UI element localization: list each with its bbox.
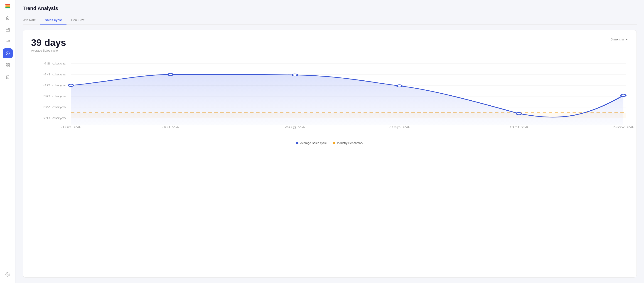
sidebar-item-analytics[interactable] (3, 37, 13, 47)
card-header: 39 days Average Sales cycle 6 months (31, 38, 628, 52)
chart-svg: 48 days 44 days 40 days 36 days 32 days … (31, 60, 628, 137)
analytics-icon (6, 39, 10, 44)
svg-text:Aug 24: Aug 24 (284, 125, 305, 129)
dashboard-icon (6, 51, 10, 56)
sidebar-item-reports[interactable] (3, 60, 13, 70)
svg-rect-0 (6, 28, 9, 32)
sidebar (0, 0, 16, 283)
chart-container: 48 days 44 days 40 days 36 days 32 days … (31, 60, 628, 138)
svg-point-33 (621, 94, 626, 97)
svg-text:Jun 24: Jun 24 (61, 125, 81, 129)
legend-item-sales-cycle: Average Sales cycle (296, 141, 327, 145)
svg-text:48 days: 48 days (43, 62, 66, 65)
period-selector-button[interactable]: 6 months (611, 38, 628, 41)
svg-text:Sep 24: Sep 24 (389, 125, 410, 129)
legend-label-sales-cycle: Average Sales cycle (300, 141, 327, 145)
calendar-icon (6, 28, 10, 32)
reports-icon (6, 63, 10, 68)
svg-point-29 (168, 73, 173, 76)
page-title: Trend Analysis (23, 6, 637, 11)
svg-text:44 days: 44 days (43, 73, 66, 76)
svg-text:40 days: 40 days (43, 84, 66, 87)
sidebar-item-home[interactable] (3, 13, 13, 23)
svg-point-30 (292, 74, 298, 76)
logo-bar-red (5, 4, 10, 5)
chart-legend: Average Sales cycle Industry Benchmark (31, 141, 628, 145)
chevron-down-icon (625, 38, 628, 41)
legend-dot-blue (296, 142, 298, 144)
sidebar-item-calendar[interactable] (3, 25, 13, 35)
main-content: Trend Analysis Win Rate Sales cycle Deal… (16, 0, 644, 283)
sidebar-item-settings[interactable] (3, 269, 13, 279)
svg-point-31 (397, 85, 402, 87)
svg-text:Jul 24: Jul 24 (162, 125, 179, 129)
svg-point-13 (7, 274, 8, 275)
logo-bar-green (5, 7, 10, 9)
svg-point-32 (516, 112, 522, 115)
tasks-icon (6, 75, 10, 79)
svg-text:32 days: 32 days (43, 105, 66, 109)
svg-point-28 (68, 84, 74, 87)
svg-rect-9 (6, 66, 7, 67)
tab-win-rate[interactable]: Win Rate (23, 16, 40, 25)
svg-rect-6 (6, 64, 7, 65)
metric-label: Average Sales cycle (31, 49, 66, 52)
trend-card: 39 days Average Sales cycle 6 months (23, 30, 637, 277)
metric-value: 39 days (31, 38, 66, 48)
sidebar-item-tasks[interactable] (3, 72, 13, 82)
svg-text:36 days: 36 days (43, 95, 66, 98)
legend-label-benchmark: Industry Benchmark (337, 141, 363, 145)
svg-rect-10 (7, 75, 8, 76)
period-selector-label: 6 months (611, 38, 624, 41)
sidebar-item-dashboard[interactable] (3, 48, 13, 58)
legend-item-benchmark: Industry Benchmark (333, 141, 363, 145)
legend-dot-orange (333, 142, 336, 144)
svg-text:Oct 24: Oct 24 (509, 125, 528, 129)
svg-rect-8 (8, 66, 9, 67)
tab-bar: Win Rate Sales cycle Deal Size (23, 16, 637, 25)
svg-text:Nov 24: Nov 24 (613, 125, 634, 129)
tab-sales-cycle[interactable]: Sales cycle (40, 16, 67, 25)
settings-icon (6, 272, 10, 277)
tab-deal-size[interactable]: Deal Size (66, 16, 89, 25)
svg-rect-7 (8, 64, 9, 65)
logo-bar-yellow (5, 6, 10, 7)
logo (5, 4, 10, 9)
metric-block: 39 days Average Sales cycle (31, 38, 66, 52)
home-icon (6, 16, 10, 20)
svg-text:28 days: 28 days (43, 116, 66, 120)
